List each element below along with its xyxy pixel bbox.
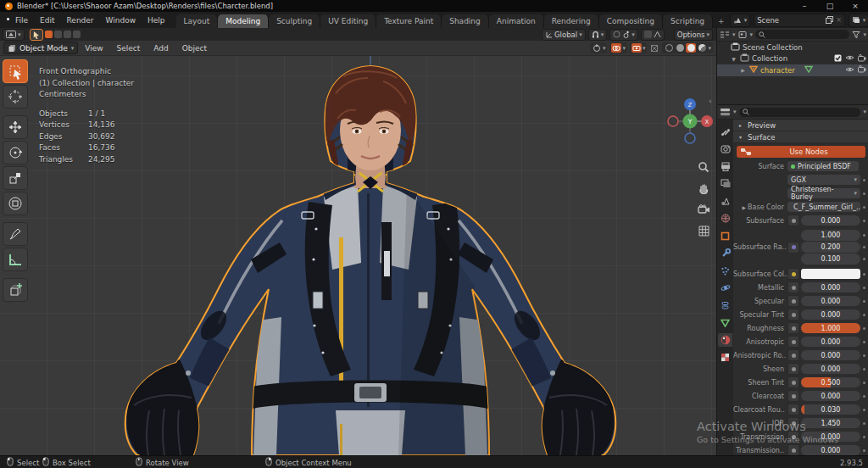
keyframe-dot-icon[interactable]	[860, 327, 867, 330]
node-socket-button[interactable]	[787, 349, 799, 361]
filter-funnel-icon[interactable]	[852, 31, 860, 39]
new-scene-icon[interactable]	[826, 16, 833, 24]
menu-render[interactable]: Render	[61, 16, 100, 25]
slider-anisotropic-ro[interactable]: 0.000	[801, 350, 860, 360]
perspective-grid-icon[interactable]	[696, 223, 711, 238]
tab-modeling[interactable]: Modeling	[218, 14, 269, 28]
node-socket-button[interactable]	[787, 322, 799, 334]
node-socket-button[interactable]	[787, 295, 799, 307]
keyframe-dot-icon[interactable]	[860, 220, 867, 222]
zoom-icon[interactable]	[696, 159, 711, 175]
node-socket-button[interactable]	[787, 444, 799, 456]
maximize-button[interactable]: □	[817, 0, 843, 12]
minimize-button[interactable]: –	[792, 0, 817, 12]
outliner-search-input[interactable]	[755, 30, 849, 39]
view-layer-selector[interactable]: ▾	[849, 14, 868, 27]
slider-sheen[interactable]: 0.000	[801, 364, 860, 374]
keyframe-dot-icon[interactable]	[860, 354, 867, 357]
panel-surface[interactable]: ▾ Surface	[733, 131, 868, 143]
tool-add-cube[interactable]	[3, 278, 28, 302]
keyframe-dot-icon[interactable]	[860, 341, 867, 343]
slider-ior[interactable]: 1.450	[801, 418, 860, 428]
tab-layout[interactable]: Layout	[176, 14, 219, 28]
properties-tab-render[interactable]	[718, 142, 732, 156]
eye-toggle-icon[interactable]	[845, 54, 854, 63]
active-tool-icon[interactable]	[30, 29, 43, 41]
properties-editor-icon[interactable]	[720, 108, 731, 117]
keyframe-dot-icon[interactable]	[860, 234, 867, 237]
slider-clearcoat-rou[interactable]: 0.030	[801, 404, 860, 415]
keyframe-dot-icon[interactable]	[860, 206, 867, 209]
keyframe-dot-icon[interactable]	[860, 422, 867, 425]
menu-file[interactable]: File	[9, 16, 34, 25]
menu-edit[interactable]: Edit	[34, 16, 60, 25]
disclosure-icon[interactable]: ▶	[739, 67, 747, 73]
tool-annotate[interactable]	[3, 222, 28, 246]
shading-rendered[interactable]	[697, 43, 707, 53]
mode-select[interactable]: Object Mode ▾	[3, 42, 78, 54]
properties-tab-world[interactable]	[718, 212, 732, 226]
properties-search-input[interactable]	[739, 108, 861, 117]
tool-move[interactable]	[3, 115, 28, 139]
transform-orientation-select[interactable]: Global ▾	[542, 29, 586, 41]
slider-transmission[interactable]: 0.000	[801, 432, 860, 442]
tool-measure[interactable]	[3, 248, 28, 271]
properties-tab-constraints[interactable]	[718, 298, 732, 312]
keyframe-dot-icon[interactable]	[860, 382, 867, 384]
select-mode-subtract[interactable]	[64, 31, 71, 38]
proportional-editing-toggle[interactable]: ▾	[609, 29, 638, 41]
viewport-menu-object[interactable]: Object	[175, 44, 214, 53]
close-button[interactable]: ×	[843, 0, 868, 12]
tool-select-box[interactable]	[3, 59, 28, 83]
properties-tab-modifiers[interactable]	[718, 247, 732, 260]
properties-tab-tool[interactable]	[718, 125, 732, 138]
viewport-menu-view[interactable]: View	[78, 44, 109, 53]
properties-tab-scene[interactable]	[718, 194, 732, 208]
snapping-toggle[interactable]: ▾	[588, 29, 608, 41]
tool-rotate[interactable]	[3, 141, 28, 164]
slider-subsurface[interactable]: 0.000	[801, 215, 860, 226]
keyframe-dot-icon[interactable]	[860, 314, 867, 316]
keyframe-dot-icon[interactable]	[860, 436, 867, 438]
outliner-row-scene-collection[interactable]: Scene Collection	[717, 42, 868, 53]
shader-select[interactable]: Principled BSDF	[787, 161, 859, 171]
camera-view-icon[interactable]	[696, 202, 711, 217]
tool-transform[interactable]	[3, 192, 28, 215]
node-socket-button[interactable]	[787, 363, 799, 375]
select-mode-intersect[interactable]	[73, 31, 81, 38]
texture-field-base-color[interactable]: C_F_Summer_Girl_...	[787, 202, 860, 212]
tool-scale[interactable]	[3, 166, 28, 190]
properties-tab-object[interactable]	[718, 229, 732, 242]
keyframe-dot-icon[interactable]	[860, 409, 867, 411]
node-socket-button[interactable]	[787, 390, 799, 402]
node-socket-button[interactable]	[787, 268, 799, 280]
properties-tab-texture[interactable]	[718, 351, 732, 365]
keyframe-dot-icon[interactable]	[860, 179, 867, 181]
check-toggle-icon[interactable]	[834, 54, 842, 64]
properties-tab-output[interactable]	[718, 159, 732, 173]
vector-slider-2[interactable]: 0.100	[801, 254, 860, 265]
keyframe-dot-icon[interactable]	[860, 273, 867, 276]
node-socket-button[interactable]	[787, 281, 799, 293]
sidebar-toggle-icon[interactable]: ‹	[709, 97, 712, 105]
color-swatch-subsurface-col[interactable]	[801, 269, 860, 279]
tab-scripting[interactable]: Scripting	[663, 14, 713, 28]
vector-slider-0[interactable]: 1.000	[801, 230, 860, 241]
node-socket-button[interactable]	[787, 214, 799, 226]
node-socket-button[interactable]	[787, 404, 799, 415]
shading-wireframe[interactable]	[664, 43, 674, 53]
outliner-display-mode-icon[interactable]	[720, 31, 730, 39]
outliner-row-collection[interactable]: ▼Collection	[717, 53, 868, 65]
tab-rendering[interactable]: Rendering	[544, 14, 599, 28]
unlink-scene-icon[interactable]: ×	[836, 16, 842, 24]
menu-help[interactable]: Help	[142, 16, 171, 25]
menu-window[interactable]: Window	[100, 16, 142, 25]
slider-roughness[interactable]: 1.000	[801, 323, 860, 333]
node-socket-button[interactable]	[787, 309, 799, 320]
select-mode-extend[interactable]	[54, 31, 62, 38]
outliner-row-character[interactable]: ▶character	[717, 64, 868, 76]
shading-solid[interactable]	[675, 43, 685, 53]
disclosure-icon[interactable]: ▼	[730, 56, 737, 62]
slider-sheen-tint[interactable]: 0.500	[801, 377, 860, 387]
eye-toggle-icon[interactable]	[845, 66, 854, 75]
